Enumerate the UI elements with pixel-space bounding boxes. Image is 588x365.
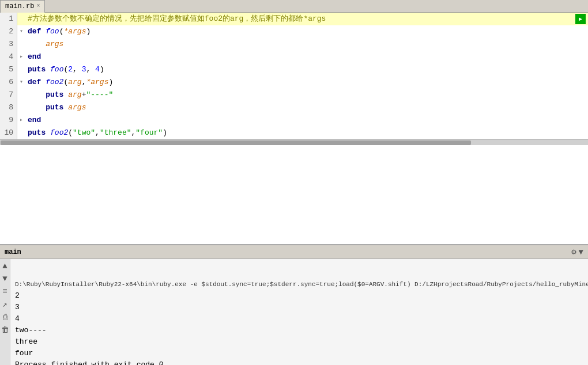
code-content: puts foo(2, 3, 4): [25, 63, 588, 76]
puts-kw-token: puts: [28, 65, 46, 74]
param-plain-token: args: [68, 103, 86, 112]
output-line: Process finished with exit code 0: [15, 359, 583, 365]
code-content: args: [25, 38, 588, 51]
code-content: #方法参数个数不确定的情况，先把给固定参数赋值如foo2的arg，然后剩下的都给…: [25, 13, 588, 25]
table-row: 4▸end: [0, 51, 588, 63]
tab-main-rb[interactable]: main.rb ×: [0, 0, 45, 13]
number-token: 4: [95, 65, 100, 74]
fold-gutter: [17, 13, 25, 25]
fold-gutter: [17, 89, 25, 101]
panel-header: main ⚙ ▼: [0, 245, 588, 259]
number-token: 2: [68, 65, 73, 74]
code-content: puts args: [25, 101, 588, 114]
panel-sidebar-icon-2[interactable]: ≡: [2, 287, 7, 296]
panel-sidebar-icon-1[interactable]: ▼: [2, 274, 7, 283]
fn-token: foo: [46, 27, 59, 36]
line-number: 7: [0, 89, 17, 101]
code-content: puts foo2("two","three","four"): [25, 127, 588, 139]
output-line: 2: [15, 290, 583, 302]
fold-gutter: [17, 101, 25, 114]
output-line: D:\Ruby\RubyInstaller\Ruby22-x64\bin\rub…: [15, 279, 583, 290]
fold-gutter[interactable]: ▾: [17, 76, 25, 89]
output-line: 4: [15, 313, 583, 325]
param-plain-token: arg: [68, 90, 81, 99]
fold-gutter: [17, 63, 25, 76]
line-number: 8: [0, 101, 17, 114]
panel-title: main: [5, 248, 21, 256]
output-line: 3: [15, 302, 583, 313]
fold-gutter[interactable]: ▾: [17, 25, 25, 38]
param-token: *args: [63, 27, 86, 36]
table-row: 7 puts arg+"----": [0, 89, 588, 101]
table-row: 10puts foo2("two","three","four"): [0, 127, 588, 139]
code-lines: 1#方法参数个数不确定的情况，先把给固定参数赋值如foo2的arg，然后剩下的都…: [0, 13, 588, 139]
fn-token: foo: [50, 65, 63, 74]
tab-label: main.rb: [5, 2, 34, 10]
panel-sidebar: ▲▼≡↗⎙🗑: [0, 259, 10, 365]
table-row: 3 args: [0, 38, 588, 51]
line-number: 5: [0, 63, 17, 76]
line-number: 4: [0, 51, 17, 63]
param-plain-token: args: [46, 40, 63, 48]
gear-icon[interactable]: ⚙: [571, 247, 576, 257]
param-token: *args: [86, 78, 108, 86]
fold-gutter[interactable]: ▸: [17, 114, 25, 127]
str-token: "----": [86, 90, 113, 99]
puts-kw-token: puts: [28, 128, 46, 137]
output-line: two----: [15, 325, 583, 336]
tab-bar: main.rb ×: [0, 0, 588, 13]
line-number: 9: [0, 114, 17, 127]
fold-gutter: [17, 127, 25, 139]
scrollbar-thumb[interactable]: [1, 140, 471, 145]
horizontal-scrollbar[interactable]: [0, 139, 588, 145]
fold-gutter: [17, 38, 25, 51]
puts-kw-token: puts: [46, 103, 63, 112]
code-content: puts arg+"----": [25, 89, 588, 101]
table-row: 2▾def foo(*args): [0, 25, 588, 38]
panel-body: ▲▼≡↗⎙🗑 D:\Ruby\RubyInstaller\Ruby22-x64\…: [0, 259, 588, 365]
panel-sidebar-icon-5[interactable]: 🗑: [1, 325, 9, 334]
str-token: "two": [73, 128, 95, 137]
line-number: 1: [0, 13, 17, 25]
kw-token: end: [28, 116, 41, 124]
line-number: 2: [0, 25, 17, 38]
line-number: 10: [0, 127, 17, 139]
panel-sidebar-icon-4[interactable]: ⎙: [3, 313, 7, 322]
panel-sidebar-icon-0[interactable]: ▲: [2, 261, 7, 271]
table-row: 1#方法参数个数不确定的情况，先把给固定参数赋值如foo2的arg，然后剩下的都…: [0, 13, 588, 25]
str-token: "four": [135, 128, 163, 137]
param-token: arg: [68, 78, 81, 86]
fn-token: foo2: [46, 78, 63, 86]
output-line: four: [15, 348, 583, 359]
puts-kw-token: puts: [46, 90, 63, 99]
fn-token: foo2: [50, 128, 68, 137]
code-content: end: [25, 51, 588, 63]
comment-token: #方法参数个数不确定的情况，先把给固定参数赋值如foo2的arg，然后剩下的都给…: [28, 14, 326, 23]
output-line: three: [15, 336, 583, 348]
str-token: "three": [100, 128, 131, 137]
code-editor: ▶ 1#方法参数个数不确定的情况，先把给固定参数赋值如foo2的arg，然后剩下…: [0, 13, 588, 244]
table-row: 6▾def foo2(arg,*args): [0, 76, 588, 89]
fold-gutter[interactable]: ▸: [17, 51, 25, 63]
kw-token: end: [28, 52, 41, 61]
tab-close-button[interactable]: ×: [36, 3, 40, 9]
table-row: 9▸end: [0, 114, 588, 127]
line-number: 3: [0, 38, 17, 51]
number-token: 3: [82, 65, 86, 74]
bottom-panel: main ⚙ ▼ ▲▼≡↗⎙🗑 D:\Ruby\RubyInstaller\Ru…: [0, 244, 588, 365]
code-content: def foo(*args): [25, 25, 588, 38]
code-content: end: [25, 114, 588, 127]
kw-token: def: [28, 78, 41, 86]
line-number: 6: [0, 76, 17, 89]
panel-controls: ⚙ ▼: [571, 247, 583, 257]
code-content: def foo2(arg,*args): [25, 76, 588, 89]
chevron-down-icon[interactable]: ▼: [579, 248, 583, 257]
kw-token: def: [28, 27, 41, 36]
table-row: 5puts foo(2, 3, 4): [0, 63, 588, 76]
panel-sidebar-icon-3[interactable]: ↗: [2, 299, 7, 309]
table-row: 8 puts args: [0, 101, 588, 114]
run-icon[interactable]: ▶: [575, 14, 586, 24]
panel-output: D:\Ruby\RubyInstaller\Ruby22-x64\bin\rub…: [10, 259, 588, 365]
